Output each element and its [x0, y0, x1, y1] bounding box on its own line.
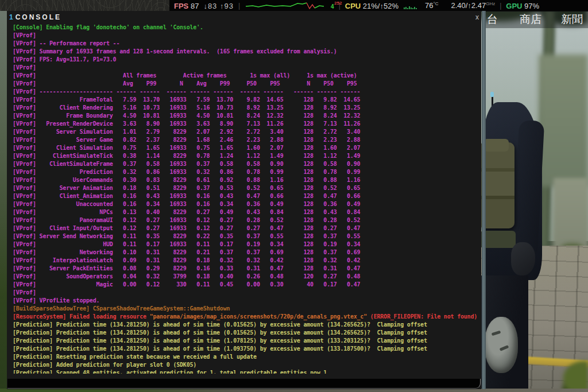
cpu-clock-unit: GHz — [486, 1, 495, 6]
console-line: [VProf] Client Rendering 5.16 10.73 1693… — [13, 104, 479, 112]
console-tab-number: 1 — [9, 13, 15, 21]
console-line: [VProf] HUD 0.11 0.17 16933 0.11 0.17 0.… — [13, 240, 479, 249]
fps-value: 87 — [191, 2, 199, 10]
gpu-label: GPU — [506, 2, 522, 10]
menu-item-partial[interactable]: 台 — [487, 12, 498, 27]
console-line: [VProf] Client Input/Output 0.12 0.27 16… — [13, 224, 479, 232]
console-line: [VProf] Networking 0.10 0.31 8229 0.21 0… — [13, 249, 479, 257]
console-line: [VProf] Summary of 16933 frames and 128 … — [13, 48, 479, 56]
divider: | — [500, 2, 501, 10]
console-line: [VProf] InterpolationLatch 0.09 0.31 822… — [13, 257, 479, 265]
console-line: [VProf] — [13, 64, 479, 72]
console-line: [VProf] Prediction 0.32 0.86 16933 0.32 … — [13, 168, 479, 176]
console-line: [VProf] — [13, 289, 479, 297]
console-input[interactable] — [7, 379, 481, 389]
console-line: [VProf] — [13, 32, 479, 40]
character-glove — [511, 242, 535, 275]
cpu-clock-value: 2.40/↑2.47 — [451, 2, 486, 10]
fps-readout: FPS 87 — [174, 2, 199, 10]
console-line: [VProf] Magic 0.00 0.12 330 0.11 0.45 0.… — [13, 281, 479, 289]
console-line: [VProf] Server Game 0.82 2.37 8229 1.68 … — [13, 136, 479, 144]
cpu-core-bars — [403, 2, 420, 10]
console-line: [VProf] PanoramaUI 0.12 0.27 16933 0.12 … — [13, 216, 479, 224]
cpu-temp: 76°C — [425, 1, 438, 10]
frametime-minmax: 4252 — [331, 2, 334, 10]
player-character — [482, 86, 546, 392]
screen: FPS 87 ↓83 ↑93 | 4252 | CPU 21%/↑52% 76°… — [0, 0, 588, 392]
frametime-sparkline — [245, 1, 325, 10]
console-line: [VProf] ---------------------- ------ --… — [13, 88, 479, 96]
palm-leaves — [548, 323, 588, 392]
console-scrollbar[interactable] — [482, 11, 486, 389]
distant-building — [539, 55, 588, 187]
console-line: [VProf] Server Simulation 1.01 2.79 8229… — [13, 128, 479, 136]
console-line: [VProf] Avg P99 N Avg P99 P50 P95 N P50 … — [13, 80, 479, 88]
frametime-min: 4 — [331, 3, 334, 10]
contour-pattern-strip — [0, 0, 169, 11]
console-line: [VProf] ClientSimulateTick 0.38 1.14 822… — [13, 152, 479, 160]
console-line: [Prediction] Prediction time (134.281250… — [13, 345, 479, 353]
console-line: [Prediction] Scanned 48 entities, activa… — [13, 369, 479, 374]
menu-item-shop[interactable]: 商店 — [520, 12, 541, 27]
console-line: [VProf] Unaccounted 0.16 0.34 16933 0.16… — [13, 200, 479, 208]
menu-item-news[interactable]: 新聞 — [561, 12, 583, 27]
console-line: [VProf] FrameTotal 7.59 13.70 16933 7.59… — [13, 96, 479, 104]
pouch-flap — [483, 139, 509, 152]
knee-pad — [485, 317, 518, 373]
cpu-clock: 2.40/↑2.47GHz — [451, 1, 495, 10]
net-up: ↑93 — [220, 2, 234, 10]
divider: | — [238, 2, 240, 10]
console-line: [VProf] UserCommands 0.30 0.83 8229 0.61… — [13, 176, 479, 184]
fps-label: FPS — [174, 2, 188, 10]
cpu-temp-value: 76 — [425, 2, 433, 10]
cpu-label: CPU — [345, 2, 361, 10]
console-line: [VProf] SoundOperators 0.04 0.32 3799 0.… — [13, 273, 479, 281]
console-line: [VProf] All frames Active frames 1s max … — [13, 72, 479, 80]
console-line: [VProf] Frame Boundary 4.50 10.81 16933 … — [13, 112, 479, 120]
console-title-text: CONSOLE — [16, 13, 61, 21]
antenna-tip — [490, 92, 494, 97]
console-line: [ResourceSystem] Failed loading resource… — [13, 313, 479, 321]
console-line: [BuildSparseShadowTree] CSparseShadowTre… — [13, 305, 479, 313]
console-window: 1CONSOLE x [Console] Enabling flag 'dono… — [7, 11, 481, 389]
console-line: [Prediction] Prediction time (134.281250… — [13, 329, 479, 337]
net-latency: ↓83 ↑93 — [203, 2, 234, 10]
console-line: [VProf] Client Simulation 0.75 1.65 1693… — [13, 144, 479, 152]
console-line: [Prediction] Resetting prediction state … — [13, 353, 479, 361]
console-line: [VProf] FPS: Avg=131.7, P1=73.0 — [13, 56, 479, 64]
console-line: [Prediction] Prediction time (134.281250… — [13, 321, 479, 329]
console-line: [Console] Enabling flag 'donotecho' on c… — [13, 24, 479, 32]
console-line: [VProf] Server Send Networking 0.11 0.35… — [13, 232, 479, 240]
console-line: [VProf] VProfLite stopped. — [13, 297, 479, 305]
console-line: [Prediction] Prediction time (134.281250… — [13, 337, 479, 345]
console-line: [VProf] Server PackEntities 0.08 0.29 82… — [13, 265, 479, 273]
console-line: [VProf] Client_Animation 0.16 0.43 16933… — [13, 192, 479, 200]
console-line: [VProf] Present_RenderDevice 3.63 8.90 1… — [13, 120, 479, 128]
cpu-temp-unit: °C — [433, 1, 438, 6]
console-line: [VProf] ClientSimulateFrame 0.37 0.58 16… — [13, 160, 479, 168]
frametime-max: 252 — [334, 1, 342, 6]
net-down: ↓83 — [203, 2, 217, 10]
game-main-menu: 台 商店 新聞 — [486, 11, 588, 28]
cpu-value: 21%/↑52% — [363, 2, 399, 10]
console-line: [VProf] NPCs 0.13 0.40 8229 0.27 0.49 0.… — [13, 208, 479, 216]
console-output: [Console] Enabling flag 'donotecho' on c… — [13, 24, 479, 374]
close-icon[interactable]: x — [475, 14, 479, 21]
performance-overlay-bar: FPS 87 ↓83 ↑93 | 4252 | CPU 21%/↑52% 76°… — [169, 0, 588, 11]
gpu-value: 97% — [524, 2, 539, 10]
cpu-readout: CPU 21%/↑52% — [345, 2, 399, 10]
console-line: [VProf] -- Performance report -- — [13, 40, 479, 48]
console-line: [VProf] Server Animation 0.18 0.51 8229 … — [13, 184, 479, 192]
gpu-readout: GPU 97% — [506, 2, 539, 10]
console-title: 1CONSOLE — [9, 13, 61, 21]
console-line: [Prediction] Added prediction for player… — [13, 361, 479, 369]
